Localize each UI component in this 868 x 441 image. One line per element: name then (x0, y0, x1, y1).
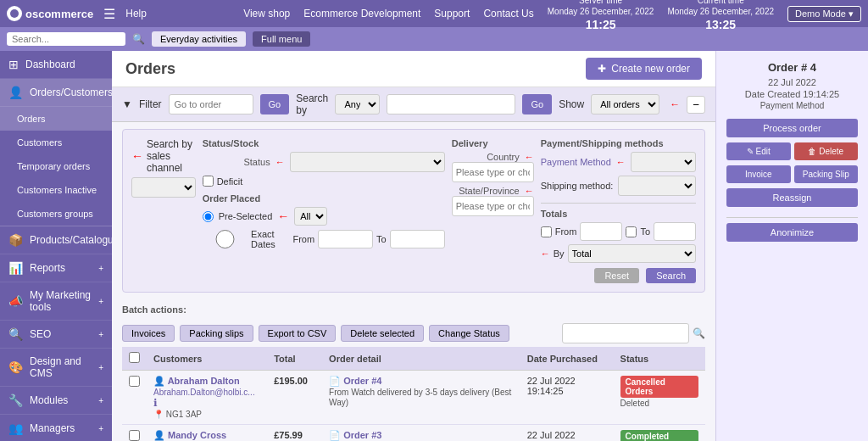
reassign-button[interactable]: Reassign (726, 188, 858, 207)
country-input[interactable] (452, 162, 534, 182)
reset-button[interactable]: Reset (594, 268, 639, 283)
totals-to-checkbox[interactable] (626, 226, 637, 237)
show-select[interactable]: All orders (591, 94, 659, 114)
sidebar-item-reports[interactable]: 📊 Reports + (0, 254, 112, 282)
export-csv-button[interactable]: Export to CSV (259, 325, 337, 342)
to-label: To (376, 234, 387, 244)
state-input[interactable] (452, 196, 534, 216)
sales-channel-select[interactable] (131, 177, 196, 198)
preselected-row: Pre-Selected ← All (203, 207, 445, 226)
demo-mode-button[interactable]: Demo Mode ▾ (787, 6, 861, 22)
sidebar-item-label: Customers Inactive (17, 185, 97, 195)
goto-go-button[interactable]: Go (260, 94, 290, 114)
batch-search-icon[interactable]: 🔍 (693, 327, 705, 339)
page-header: Orders ✚ Create new order (112, 51, 715, 87)
sidebar-item-temporary-orders[interactable]: Temporary orders (0, 154, 112, 178)
full-menu-tab[interactable]: Full menu (253, 31, 310, 47)
totals-from-input[interactable] (580, 222, 622, 241)
show-label: Show (559, 98, 584, 110)
to-date-input[interactable] (390, 230, 445, 248)
state-arrow: ← (525, 186, 534, 196)
preselected-select[interactable]: All (294, 207, 327, 226)
batch-search-input[interactable] (562, 323, 689, 343)
sidebar-item-label: SEO (30, 328, 51, 340)
contactus-link[interactable]: Contact Us (483, 8, 533, 20)
row-checkbox[interactable] (129, 430, 140, 441)
sales-channel-col: ← Search by sales channel (131, 138, 196, 283)
reports-icon: 📊 (8, 261, 23, 275)
customer-name[interactable]: 👤 Abraham Dalton (153, 376, 240, 386)
date-purchased-header: Date Purchased (520, 347, 614, 371)
goto-order-input[interactable] (169, 94, 253, 114)
logo: oscommerce (7, 6, 93, 21)
sidebar-item-products[interactable]: 📦 Products/Catalogue + (0, 226, 112, 254)
shipping-method-select[interactable] (618, 176, 696, 196)
products-icon: 📦 (8, 233, 23, 247)
sidebar-item-customers[interactable]: Customers (0, 131, 112, 154)
sidebar: ⊞ Dashboard 👤 Orders/Customers − Orders … (0, 51, 112, 441)
order-detail-text: From Watch delivered by 3-5 days deliver… (329, 388, 511, 407)
filter-label: Filter (139, 98, 162, 110)
order-link[interactable]: 📄 Order #3 (329, 430, 381, 440)
totals-to-input[interactable] (654, 222, 696, 241)
info-icon[interactable]: ℹ (153, 397, 158, 409)
packing-slips-button[interactable]: Packing slips (180, 325, 253, 342)
viewshop-link[interactable]: View shop (243, 8, 290, 20)
preselected-radio[interactable] (203, 211, 214, 222)
order-link[interactable]: 📄 Order #4 (329, 376, 381, 386)
customer-cell: 👤 Abraham Dalton Abraham.Dalton@holbi.c.… (147, 371, 267, 425)
support-link[interactable]: Support (434, 8, 470, 20)
packing-slip-button[interactable]: Packing Slip (794, 165, 859, 183)
collapse-button[interactable]: − (687, 96, 705, 114)
search-panel: ← Search by sales channel Status/Stock S… (122, 129, 705, 293)
sidebar-item-orders[interactable]: Orders (0, 107, 112, 131)
customer-name[interactable]: 👤 Mandy Cross (153, 430, 226, 440)
status-select[interactable] (290, 152, 445, 172)
change-status-button[interactable]: Change Status (429, 325, 509, 342)
from-date-input[interactable] (318, 230, 373, 248)
edit-button[interactable]: ✎ Edit (726, 142, 791, 160)
hamburger-icon[interactable]: ☰ (103, 6, 115, 22)
help-link[interactable]: Help (125, 8, 147, 20)
topnav-right: View shop Ecommerce Development Support … (243, 0, 861, 32)
deficit-checkbox[interactable] (203, 176, 214, 187)
select-all-checkbox[interactable] (129, 352, 140, 363)
chevron-right-icon: + (98, 424, 103, 433)
sidebar-item-managers[interactable]: 👥 Managers + (0, 415, 112, 441)
exact-dates-radio[interactable] (203, 230, 248, 248)
search-button[interactable]: Search (646, 268, 696, 283)
batch-bar: Batch actions: (112, 299, 715, 320)
by-select[interactable]: Total (568, 244, 696, 263)
everyday-activities-tab[interactable]: Everyday activities (152, 31, 246, 47)
ecommerce-link[interactable]: Ecommerce Development (303, 8, 420, 20)
search-input[interactable] (7, 32, 125, 46)
searchby-select[interactable]: Any (335, 94, 380, 114)
delivery-col: Delivery Country ← State/Province ← (452, 138, 534, 283)
totals-from-checkbox[interactable] (541, 226, 552, 237)
search-filter-input[interactable] (387, 94, 515, 114)
sidebar-item-design[interactable]: 🎨 Design and CMS + (0, 349, 112, 387)
sidebar-item-seo[interactable]: 🔍 SEO + (0, 321, 112, 349)
totals-section: Totals From To ← By (541, 203, 696, 263)
invoices-button[interactable]: Invoices (122, 325, 175, 342)
status-row: Status ← (203, 152, 445, 172)
payment-method-select[interactable] (631, 152, 696, 172)
sidebar-item-customers-groups[interactable]: Customers groups (0, 202, 112, 226)
row-checkbox[interactable] (129, 376, 140, 387)
totals-range-row: From To (541, 222, 696, 241)
anonimize-button[interactable]: Anonimize (726, 223, 858, 242)
invoice-button[interactable]: Invoice (726, 165, 791, 183)
payment-method-label: Payment Method (541, 157, 611, 167)
sidebar-item-orders-customers[interactable]: 👤 Orders/Customers − (0, 79, 112, 107)
search-go-button[interactable]: Go (522, 94, 552, 114)
sidebar-item-marketing[interactable]: 📣 My Marketing tools + (0, 282, 112, 321)
sidebar-item-modules[interactable]: 🔧 Modules + (0, 387, 112, 415)
sidebar-item-dashboard[interactable]: ⊞ Dashboard (0, 51, 112, 79)
current-date: Monday 26 December, 2022 (667, 6, 774, 17)
delete-selected-button[interactable]: Delete selected (341, 325, 424, 342)
search-icon: 🔍 (132, 33, 145, 45)
create-order-button[interactable]: ✚ Create new order (586, 58, 702, 80)
process-order-button[interactable]: Process order (726, 119, 858, 137)
sidebar-item-customers-inactive[interactable]: Customers Inactive (0, 178, 112, 202)
delete-button[interactable]: 🗑 Delete (794, 142, 859, 160)
